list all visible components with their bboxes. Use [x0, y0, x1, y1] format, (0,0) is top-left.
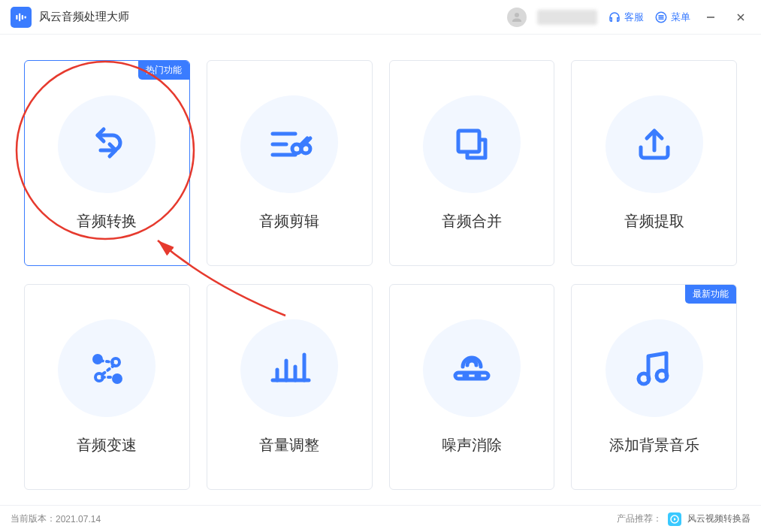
svg-rect-2 [22, 15, 23, 20]
card-label: 添加背景音乐 [609, 435, 699, 455]
recommend-product-icon [668, 512, 681, 526]
card-add-bgm[interactable]: 最新功能 添加背景音乐 [571, 284, 737, 490]
user-avatar-icon[interactable] [507, 8, 527, 27]
main-content: 热门功能 音频转换 音频剪辑 音频合并 [0, 35, 761, 505]
user-name-redacted [537, 10, 597, 25]
svg-point-15 [657, 370, 667, 381]
edit-icon [240, 95, 338, 193]
headset-icon [608, 11, 621, 24]
support-label: 客服 [624, 11, 644, 24]
card-audio-convert[interactable]: 热门功能 音频转换 [24, 60, 190, 266]
app-window: 风云音频处理大师 客服 菜单 [0, 0, 761, 532]
version-value: 2021.07.14 [56, 514, 101, 524]
footer: 当前版本： 2021.07.14 产品推荐： 风云视频转换器 [0, 505, 761, 532]
card-label: 噪声消除 [442, 435, 502, 455]
card-label: 音频合并 [442, 211, 502, 231]
music-icon [605, 319, 703, 417]
app-title: 风云音频处理大师 [39, 10, 129, 24]
minimize-button[interactable] [701, 8, 720, 27]
card-label: 音频转换 [77, 211, 137, 231]
svg-rect-0 [16, 15, 17, 20]
card-volume-adjust[interactable]: 音量调整 [207, 284, 373, 490]
card-label: 音频变速 [77, 435, 137, 455]
card-audio-edit[interactable]: 音频剪辑 [207, 60, 373, 266]
titlebar: 风云音频处理大师 客服 菜单 [0, 0, 761, 35]
menu-icon [654, 11, 668, 24]
close-button[interactable] [731, 8, 750, 27]
recommend-product-link[interactable]: 风云视频转换器 [687, 512, 750, 525]
feature-grid: 热门功能 音频转换 音频剪辑 音频合并 [24, 60, 737, 490]
extract-icon [605, 95, 703, 193]
svg-rect-3 [25, 16, 26, 18]
card-audio-speed[interactable]: 音频变速 [24, 284, 190, 490]
card-audio-extract[interactable]: 音频提取 [571, 60, 737, 266]
menu-label: 菜单 [671, 11, 690, 24]
svg-point-12 [464, 374, 467, 377]
svg-point-11 [113, 375, 121, 382]
card-noise-remove[interactable]: 噪声消除 [389, 284, 555, 490]
svg-point-13 [476, 374, 479, 377]
volume-icon [240, 319, 338, 417]
hot-tag: 热门功能 [138, 61, 189, 80]
convert-icon [58, 95, 156, 193]
svg-rect-1 [19, 13, 20, 21]
card-label: 音频剪辑 [259, 211, 319, 231]
speed-icon [58, 319, 156, 417]
noise-icon [423, 319, 521, 417]
svg-rect-7 [458, 131, 479, 152]
recommend-label: 产品推荐： [617, 512, 662, 525]
card-label: 音频提取 [624, 211, 684, 231]
version-label: 当前版本： [11, 512, 56, 525]
new-tag: 最新功能 [685, 285, 736, 304]
menu-button[interactable]: 菜单 [654, 11, 690, 24]
card-label: 音量调整 [259, 435, 319, 455]
svg-point-14 [639, 373, 649, 384]
merge-icon [423, 95, 521, 193]
support-button[interactable]: 客服 [608, 11, 644, 24]
app-logo-icon [11, 7, 32, 28]
card-audio-merge[interactable]: 音频合并 [389, 60, 555, 266]
